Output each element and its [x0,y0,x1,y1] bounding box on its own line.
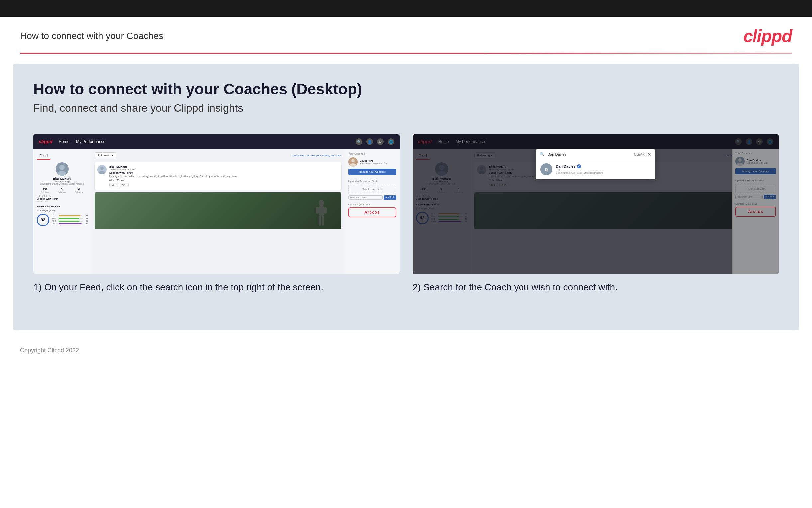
following-btn-1[interactable]: Following ▾ [95,153,116,158]
top-bar [0,0,812,17]
lesson-duration-1: 01 hr : 30 min [109,179,238,181]
profile-icon-1[interactable]: 👤 [366,138,373,145]
screenshots-row: clippd Home My Performance 🔍 👤 ⚙ 🌐 Feed [33,134,779,294]
score-circle-1: 92 [37,214,49,226]
svg-rect-6 [316,207,319,214]
screenshot-frame-1: clippd Home My Performance 🔍 👤 ⚙ 🌐 Feed [33,134,399,274]
lesson-avatar-1 [97,165,107,174]
lesson-panel-1: Following ▾ Control who can see your act… [91,149,345,274]
feed-panel-1: Feed Blair McHarg Plus Handicap Royal No… [33,149,91,274]
svg-point-0 [59,165,65,170]
settings-icon-1[interactable]: ⚙ [377,138,384,145]
lesson-info-1: Blair McHarg Yesterday · Sunningdale Les… [109,165,238,187]
manage-coaches-btn-1[interactable]: Manage Your Coaches [348,169,396,175]
photo-area-1 [95,192,341,229]
lesson-actions-1: OFF APP [109,183,238,187]
trackman-label-1: Upload a Trackman Test [348,180,396,183]
svg-rect-5 [319,206,324,216]
result-avatar-2: D [540,163,553,175]
svg-point-3 [99,171,105,174]
add-link-btn-1[interactable]: Add Link [384,195,396,200]
result-info-2: Dan Davies ✓ Pro Sunningdale Golf Club, … [556,164,603,174]
lesson-text-1: Looking to feel like my hands are exitin… [109,175,238,178]
feed-tab-1[interactable]: Feed [37,153,50,160]
result-badge-2: ✓ [577,164,581,168]
lesson-title-1: Lesson with Fordy [109,171,238,174]
main-content: How to connect with your Coaches (Deskto… [13,64,799,330]
app-nav-performance-1[interactable]: My Performance [76,139,105,144]
off-btn-1[interactable]: OFF [109,183,118,187]
close-btn-2[interactable]: ✕ [648,152,652,157]
latest-date-1: 03 Aug 2022 [37,200,88,202]
profile-handicap-1: Plus Handicap [37,180,88,183]
profile-section-1: Blair McHarg Plus Handicap Royal North D… [37,162,88,185]
arccos-box-1: Arccos [348,207,396,217]
profile-club-1: Royal North Devon Golf Club, United King… [37,183,88,185]
profile-name-1: Blair McHarg [37,177,88,180]
search-icon-sm-2: 🔍 [540,152,545,157]
search-result-2[interactable]: D Dan Davies ✓ Pro Sunningdale Golf Club… [536,160,656,179]
search-input-text-2[interactable]: Dan Davies [547,153,631,156]
copyright: Copyright Clippd 2022 [20,347,79,354]
clear-btn-2[interactable]: CLEAR [634,153,645,156]
result-club-2: Sunningdale Golf Club, United Kingdom [556,171,603,174]
user-icon-1[interactable]: 🌐 [388,138,394,145]
app-topbar-1: clippd Home My Performance 🔍 👤 ⚙ 🌐 [33,134,399,149]
screenshot-panel-2: clippd Home My Performance 🔍 👤 ⚙ 🌐 Feed [413,134,779,294]
search-bar-2: 🔍 Dan Davies CLEAR ✕ [536,149,656,160]
step-desc-2: 2) Search for the Coach you wish to conn… [413,281,779,294]
screenshot-panel-1: clippd Home My Performance 🔍 👤 ⚙ 🌐 Feed [33,134,399,294]
svg-rect-8 [319,216,321,225]
trackman-section-1: Upload a Trackman Test Trackman Link Tra… [348,180,396,200]
lesson-coach-sub-1: Yesterday · Sunningdale [109,168,238,171]
header-title: How to connect with your Coaches [20,31,163,41]
coach-row-1: David Ford Royal North Devon Golf Club [348,157,396,167]
stat-following-1: 4 Following [75,187,83,193]
coach-info-1: David Ford Royal North Devon Golf Club [360,159,388,165]
svg-point-2 [100,167,104,170]
search-icon-1[interactable]: 🔍 [355,138,362,145]
coach-name-1: David Ford [360,159,388,162]
score-row-1: 92 OTT90 APP85 ARG86 PUTT96 [37,214,88,226]
app-btn-1[interactable]: APP [120,183,129,187]
coaches-panel-1: Your Coaches David Ford Royal North Devo… [345,149,399,274]
header: How to connect with your Coaches clippd [0,17,812,52]
svg-rect-9 [322,216,324,225]
footer: Copyright Clippd 2022 [0,340,812,361]
app-body-1: Feed Blair McHarg Plus Handicap Royal No… [33,149,399,274]
stat-activities-1: 131 Activities [41,187,49,193]
app-logo-1: clippd [39,139,52,144]
latest-label-1: Latest Activity [37,195,88,197]
score-bars-1: OTT90 APP85 ARG86 PUTT96 [52,215,88,225]
control-link-1[interactable]: Control who can see your activity and da… [291,154,341,157]
connect-label-1: Connect your data [348,203,396,206]
result-role-2: Pro [556,168,603,171]
stat-followers-1: 3 Followers [57,187,66,193]
app-nav-home-1[interactable]: Home [59,139,69,144]
clippd-logo: clippd [743,26,792,46]
coach-club-1: Royal North Devon Golf Club [360,162,388,165]
app-icons-1: 🔍 👤 ⚙ 🌐 [355,138,394,145]
svg-point-4 [319,200,324,206]
header-divider [20,52,792,53]
svg-point-11 [350,163,356,167]
page-heading: How to connect with your Coaches (Deskto… [33,80,779,98]
player-perf-1: Player Performance Total Player Quality … [37,205,88,226]
lesson-card-1: Blair McHarg Yesterday · Sunningdale Les… [95,162,341,189]
stats-row-1: 131 Activities 3 Followers 4 Following [37,187,88,193]
perf-sub-1: Total Player Quality [37,209,88,212]
lesson-coach-name-1: Blair McHarg [109,165,238,168]
trackman-input-row-1: Trackman Link Add Link [348,195,396,200]
result-name-2: Dan Davies ✓ [556,164,603,168]
perf-title-1: Player Performance [37,205,88,208]
coaches-label-1: Your Coaches [348,153,396,155]
trackman-box-1: Trackman Link [348,185,396,194]
svg-rect-7 [324,207,327,214]
coach-avatar-1 [348,157,357,167]
screenshot-frame-2: clippd Home My Performance 🔍 👤 ⚙ 🌐 Feed [413,134,779,274]
page-subheading: Find, connect and share your Clippd insi… [33,102,779,115]
svg-point-10 [351,159,355,162]
step-desc-1: 1) On your Feed, click on the search ico… [33,281,399,294]
profile-avatar-1 [55,162,69,176]
trackman-input-1[interactable]: Trackman Link [348,195,383,200]
